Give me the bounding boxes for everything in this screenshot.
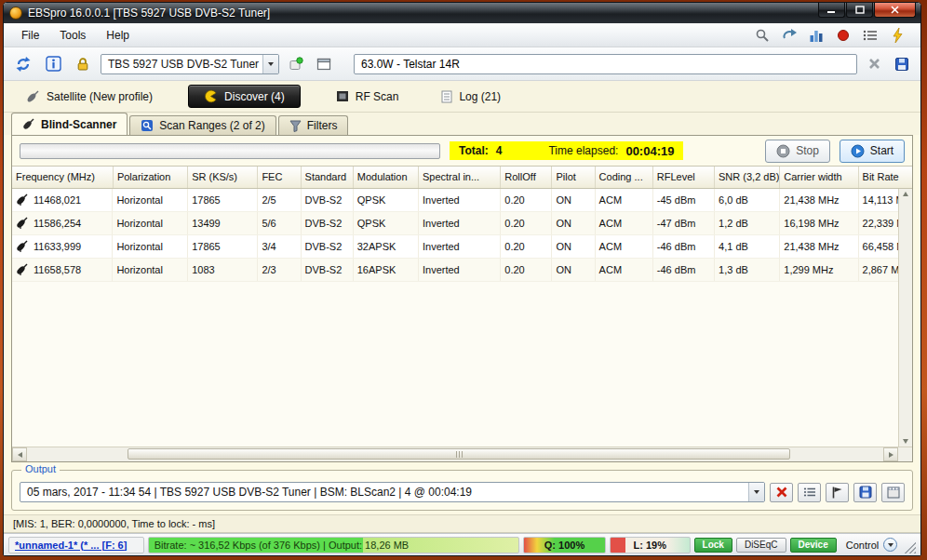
chart-icon[interactable]: [808, 27, 825, 44]
record-icon[interactable]: [835, 27, 852, 44]
scrollbar-track[interactable]: [27, 447, 883, 461]
device-badge[interactable]: Device: [790, 538, 837, 553]
output-combobox[interactable]: 05 mars, 2017 - 11:34 54 | TBS 5927 USB …: [20, 482, 765, 502]
tab-satellite-label: Satellite (New profile): [47, 90, 153, 103]
column-header[interactable]: SNR (3,2 dB): [715, 167, 780, 188]
elapsed-value: 00:04:19: [625, 144, 674, 158]
satellite-icon: [16, 240, 29, 252]
cell: ON: [552, 212, 595, 235]
column-header[interactable]: SR (KS/s): [188, 167, 258, 188]
column-header[interactable]: RFLevel: [652, 167, 714, 188]
scroll-left-icon: [18, 452, 22, 458]
chevron-down-icon: [268, 62, 274, 66]
lock-button[interactable]: [71, 52, 95, 76]
start-button[interactable]: Start: [840, 140, 905, 163]
stop-icon: [776, 144, 790, 158]
log-icon: [441, 90, 452, 103]
scan-progress-bar: [20, 143, 440, 159]
column-header[interactable]: Spectral in...: [418, 167, 500, 188]
tab-log[interactable]: Log (21): [434, 86, 508, 108]
output-combobox-arrow[interactable]: [748, 483, 764, 501]
scrollbar-thumb[interactable]: [128, 448, 790, 460]
scroll-right-button[interactable]: [883, 447, 898, 461]
cell: Horizontal: [113, 212, 187, 235]
control-menu[interactable]: Control: [846, 538, 897, 552]
table-row[interactable]: 11586,254Horizontal134995/6DVB-S2QPSKInv…: [12, 212, 912, 235]
tab-filters[interactable]: Filters: [278, 115, 349, 135]
maximize-button[interactable]: [846, 3, 873, 18]
column-header[interactable]: Pilot: [552, 167, 595, 188]
vertical-scrollbar[interactable]: [898, 189, 912, 447]
title-bar[interactable]: EBSpro 16.0.0.1 [TBS 5927 USB DVB-S2 Tun…: [4, 3, 920, 23]
cell: QPSK: [353, 188, 418, 212]
lock-badge[interactable]: Lock: [694, 538, 732, 553]
tab-discover[interactable]: Discover (4): [188, 85, 301, 108]
secondary-tab-bar: Blind-Scanner Scan Ranges (2 of 2) Filte…: [4, 113, 920, 135]
refresh-button[interactable]: [11, 52, 35, 76]
device-combobox-arrow[interactable]: [262, 55, 278, 73]
column-header[interactable]: Bit Rate: [858, 167, 912, 188]
table-row[interactable]: 11658,578Horizontal10832/3DVB-S216APSKIn…: [12, 259, 912, 282]
profile-link[interactable]: *unnamed-1* (* ... [F: 6]: [8, 537, 144, 553]
column-header[interactable]: Carrier width: [780, 167, 858, 188]
scroll-down-icon[interactable]: [903, 439, 908, 444]
tab-scan-ranges[interactable]: Scan Ranges (2 of 2): [129, 115, 275, 135]
media-export-button[interactable]: [881, 483, 905, 502]
save-button[interactable]: [891, 53, 913, 75]
panel-toggle-button[interactable]: [313, 53, 335, 75]
maximize-icon: [855, 6, 865, 14]
control-label: Control: [846, 540, 879, 551]
device-status-button[interactable]: [285, 53, 307, 75]
tab-rf-scan[interactable]: RF Scan: [329, 86, 407, 108]
results-body: 11468,021Horizontal178652/5DVB-S2QPSKInv…: [12, 188, 912, 282]
column-header[interactable]: Modulation: [353, 167, 418, 188]
cell: 21,438 MHz: [780, 188, 858, 212]
clear-button[interactable]: [863, 53, 885, 75]
menu-tools[interactable]: Tools: [49, 25, 96, 46]
cell: ACM: [595, 235, 652, 259]
table-row[interactable]: 11468,021Horizontal178652/5DVB-S2QPSKInv…: [12, 188, 912, 212]
menu-file[interactable]: File: [11, 25, 49, 46]
column-header[interactable]: Coding ...: [595, 167, 652, 188]
scroll-left-button[interactable]: [12, 447, 27, 461]
horizontal-scrollbar[interactable]: [12, 447, 912, 461]
device-combobox[interactable]: TBS 5927 USB DVB-S2 Tuner: [101, 54, 279, 74]
column-header[interactable]: FEC: [258, 167, 301, 188]
cell: 4,1 dB: [715, 235, 780, 259]
minimize-button[interactable]: [818, 3, 845, 18]
cell: 13499: [188, 212, 258, 235]
flag-button[interactable]: [826, 483, 849, 502]
info-button[interactable]: [41, 52, 65, 76]
resize-grip[interactable]: [905, 542, 916, 553]
delete-output-button[interactable]: [770, 483, 793, 502]
stop-button[interactable]: Stop: [765, 140, 830, 163]
details-button[interactable]: [798, 483, 821, 502]
output-group-label: Output: [21, 463, 60, 474]
control-dropdown-button[interactable]: [883, 538, 897, 552]
cell: ACM: [595, 188, 652, 212]
satellite-input[interactable]: [354, 54, 857, 74]
column-header[interactable]: Polarization: [113, 167, 187, 188]
column-header[interactable]: Frequency (MHz): [12, 167, 113, 188]
close-button[interactable]: [874, 3, 916, 18]
info-icon: [46, 56, 61, 72]
list-icon[interactable]: [862, 27, 879, 44]
results-table-area: Frequency (MHz)PolarizationSR (KS/s)FECS…: [12, 166, 912, 447]
search-icon[interactable]: [754, 27, 771, 44]
details-list-icon: [803, 487, 816, 498]
scroll-right-icon: [889, 452, 893, 458]
menu-help[interactable]: Help: [96, 25, 140, 46]
cell: Horizontal: [113, 188, 187, 212]
column-header[interactable]: RollOff: [501, 167, 552, 188]
save-output-button[interactable]: [853, 483, 877, 502]
scan-ranges-icon: [141, 119, 154, 132]
table-row[interactable]: 11633,999Horizontal178653/4DVB-S232APSKI…: [12, 235, 912, 259]
redo-arrows-icon[interactable]: [781, 27, 798, 44]
diseqc-button[interactable]: DiSEqC: [736, 538, 786, 553]
tab-satellite[interactable]: Satellite (New profile): [19, 86, 160, 108]
scroll-up-icon[interactable]: [903, 192, 908, 196]
tab-blind-scanner[interactable]: Blind-Scanner: [11, 113, 128, 135]
elapsed-label: Time elapsed:: [548, 144, 618, 157]
lightning-icon[interactable]: [889, 27, 906, 44]
column-header[interactable]: Standard: [301, 167, 353, 188]
